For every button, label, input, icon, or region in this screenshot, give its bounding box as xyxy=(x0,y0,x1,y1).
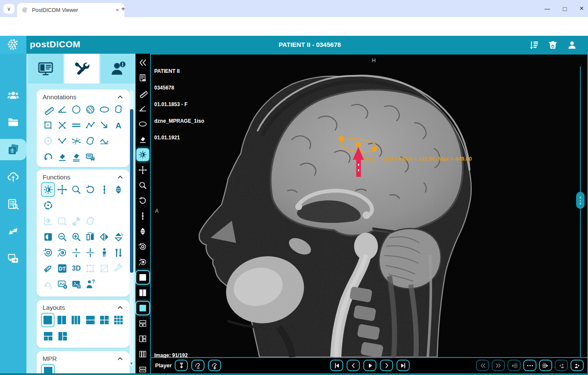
function-histogram-window-button[interactable] xyxy=(41,213,55,228)
player-cine-export-button[interactable] xyxy=(175,360,188,371)
function-zoom-out-button[interactable] xyxy=(55,229,69,244)
header-sort-order-button[interactable] xyxy=(527,39,539,51)
annotation-text-button[interactable]: A xyxy=(111,118,125,133)
tab-search-button[interactable]: ∨ xyxy=(3,4,14,14)
annotation-ellipse-button[interactable] xyxy=(97,102,111,117)
mpr-mpr-axial-button[interactable] xyxy=(41,364,55,373)
function-expand-vertical-button[interactable] xyxy=(69,245,83,260)
image-viewport[interactable]: PATIENT II 0345678 01.01.1853 - F dzne_M… xyxy=(150,54,588,358)
toolbar-ruler-button[interactable] xyxy=(136,87,149,100)
function-reset-window-button[interactable] xyxy=(55,245,69,260)
toolbar-layout-rows-button[interactable] xyxy=(136,363,149,373)
annotation-erase-button[interactable] xyxy=(55,149,69,164)
function-dicom-tags-button[interactable]: DT xyxy=(55,261,69,276)
sidebar-share-monitor-button[interactable] xyxy=(0,248,26,269)
header-recycle-bin-button[interactable] xyxy=(547,39,559,51)
toolbar-window-level-button[interactable] xyxy=(136,148,149,161)
toolbar-layout-1x1-button[interactable] xyxy=(136,271,149,284)
player-next-image-button[interactable] xyxy=(380,360,393,371)
player-fast-forward-button[interactable] xyxy=(492,360,505,371)
header-account-button[interactable] xyxy=(566,39,578,51)
function-anonymize-button[interactable]: ? xyxy=(83,277,97,291)
function-reset-region-button[interactable] xyxy=(41,277,55,291)
annotation-save-annotations-button[interactable] xyxy=(83,149,97,164)
function-tags-button[interactable] xyxy=(41,261,55,276)
function-save-image-button[interactable] xyxy=(69,277,83,291)
panel-scrollbar[interactable]: ▼ xyxy=(130,90,134,366)
function-pan-button[interactable] xyxy=(55,182,69,197)
function-collapse-vertical-button[interactable] xyxy=(83,245,97,260)
collapse-mpr-icon[interactable] xyxy=(117,355,124,362)
layout-layout-1left-2right-button[interactable] xyxy=(55,329,69,343)
annotation-spline-button[interactable] xyxy=(97,133,111,148)
toolbar-layout-current-button[interactable] xyxy=(136,302,149,314)
toolbar-ellipse-button[interactable] xyxy=(136,118,149,130)
new-tab-button[interactable]: + xyxy=(121,5,125,13)
function-rotate-button[interactable] xyxy=(83,182,97,197)
toolbar-eraser-button[interactable] xyxy=(136,133,149,146)
toolbar-reset-window-button[interactable] xyxy=(136,256,149,268)
annotation-circle-button[interactable] xyxy=(69,102,83,117)
function-flip-page-button[interactable] xyxy=(83,229,97,244)
window-minimize-button[interactable]: — xyxy=(545,6,550,12)
player-first-image-button[interactable] xyxy=(330,360,343,371)
image-scroll-track[interactable] xyxy=(580,66,581,357)
player-speed-down-button[interactable] xyxy=(191,360,205,371)
window-close-button[interactable]: × xyxy=(579,4,584,13)
app-logo[interactable] xyxy=(0,36,26,54)
panel-scrollbar-thumb[interactable] xyxy=(130,109,133,273)
annotation-polyline-button[interactable] xyxy=(83,118,97,133)
annotation-rectangle-button[interactable] xyxy=(41,118,55,133)
player-previous-series-button[interactable] xyxy=(507,360,521,371)
player-previous-image-button[interactable] xyxy=(347,360,360,371)
annotation-cross-lines-button[interactable] xyxy=(55,118,69,133)
function-magnify-button[interactable] xyxy=(69,182,83,197)
toolbar-layout-1top-2bottom-button[interactable] xyxy=(136,317,149,330)
collapse-functions-icon[interactable] xyxy=(117,174,124,181)
function-stack-scroll-button[interactable] xyxy=(111,182,125,197)
player-next-series-button[interactable] xyxy=(539,360,552,371)
layout-layout-3col-button[interactable] xyxy=(69,313,83,327)
annotation-angle-button[interactable] xyxy=(55,102,69,117)
layout-layout-2row-button[interactable] xyxy=(84,313,97,327)
toolbar-reset-rotation-button[interactable] xyxy=(136,240,149,253)
function-adjust-button[interactable] xyxy=(111,261,125,276)
annotation-shaded-circle-button[interactable] xyxy=(83,102,97,117)
toolbar-layout-1left-2right-button[interactable] xyxy=(136,332,149,345)
annotation-parallel-lines-button[interactable] xyxy=(69,118,83,133)
annotation-cobb-angle-button[interactable] xyxy=(69,133,83,148)
function-invert-button[interactable] xyxy=(41,229,55,244)
annotation-center-point-button[interactable] xyxy=(41,133,55,148)
toolbar-report-preview-button[interactable] xyxy=(136,72,149,84)
annotation-closed-freehand-button[interactable] xyxy=(83,133,97,148)
function-bone-window-button[interactable] xyxy=(69,213,83,228)
player-speed-up-button[interactable] xyxy=(208,360,221,371)
function-selection-button[interactable] xyxy=(83,261,97,276)
function-export-image-button[interactable] xyxy=(55,277,69,291)
toolbar-layout-2col-button[interactable] xyxy=(136,286,149,299)
window-maximize-button[interactable]: □ xyxy=(563,5,567,12)
toolbar-angle-button[interactable] xyxy=(136,102,149,115)
sidebar-folders-button[interactable] xyxy=(0,112,26,133)
function-roi-window-button[interactable] xyxy=(55,213,69,228)
toolbar-layout-3col-button[interactable] xyxy=(136,348,149,361)
layout-layout-1x1-button[interactable] xyxy=(41,313,55,327)
annotation-freehand-button[interactable] xyxy=(111,102,125,117)
panel-tab-patient-info-tab-button[interactable] xyxy=(101,54,135,84)
collapse-annotations-icon[interactable] xyxy=(117,94,124,101)
function-window-level-button[interactable] xyxy=(41,182,55,197)
layout-layout-3x3-button[interactable] xyxy=(112,313,125,327)
scroll-down-icon[interactable]: ▼ xyxy=(130,361,133,366)
annotation-ruler-button[interactable] xyxy=(41,102,55,117)
player-next-patient-button[interactable] xyxy=(571,360,584,371)
annotation-open-angle-button[interactable] xyxy=(55,133,69,148)
toolbar-rotate-button[interactable] xyxy=(136,194,149,207)
function-flip-vertical-button[interactable] xyxy=(111,229,125,244)
panel-tab-tools-tab-button[interactable] xyxy=(64,54,101,84)
function-crop-button[interactable] xyxy=(97,261,111,276)
function-patient-orientation-button[interactable] xyxy=(97,245,111,260)
player-play-button[interactable] xyxy=(363,360,377,371)
annotation-erase-all-button[interactable] xyxy=(69,149,83,164)
sidebar-upload-button[interactable] xyxy=(0,166,26,188)
function-reset-rotation-button[interactable] xyxy=(41,245,55,260)
